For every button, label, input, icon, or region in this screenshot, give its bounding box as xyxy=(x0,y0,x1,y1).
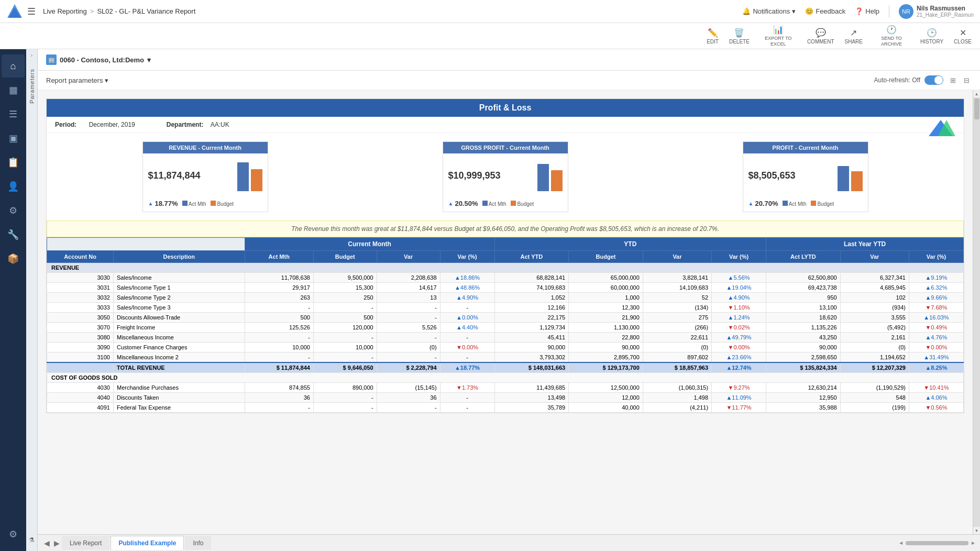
sidebar-item-modules[interactable]: ⚙ xyxy=(2,199,25,222)
delete-icon: 🗑️ xyxy=(734,28,744,38)
auto-refresh-toggle[interactable] xyxy=(924,75,943,85)
cell-0-0: 3030 xyxy=(47,273,114,283)
scroll-down-button[interactable]: ▼ xyxy=(973,527,980,534)
cell-7-11: (0) xyxy=(840,343,909,352)
cell-0-7: 12,500,000 xyxy=(569,383,643,393)
sidebar-item-grid[interactable]: ▣ xyxy=(2,127,25,150)
params-toggle[interactable]: › xyxy=(31,52,32,58)
sidebar-item-settings[interactable]: ⚙ xyxy=(2,523,25,546)
history-button[interactable]: 🕒 HISTORY xyxy=(920,28,943,45)
sidebar-item-packages[interactable]: 📦 xyxy=(2,247,25,270)
cell-2-9: ▼11.77% xyxy=(712,403,766,413)
share-label: SHARE xyxy=(845,39,863,45)
legend-bud-0: Budget xyxy=(211,201,234,207)
company-selector[interactable]: 🏢 0060 - Contoso, Ltd:Demo ▾ xyxy=(46,54,151,65)
share-button[interactable]: ↗ SHARE xyxy=(845,28,863,45)
export-label: EXPORT TO EXCEL xyxy=(760,36,797,47)
cell-4-9: ▲1.24% xyxy=(712,313,766,323)
params-label-text: Report parameters xyxy=(46,76,103,84)
arrow-up-icon-2: ▲ xyxy=(748,201,754,206)
archive-button[interactable]: 🕐 SEND TO ARCHIVE xyxy=(873,25,910,47)
params-label[interactable]: Parameters xyxy=(29,69,35,104)
tab-next-button[interactable]: ▶ xyxy=(52,537,62,549)
table-row: 3032Sales/Income Type 226325013▲4.90%1,0… xyxy=(47,293,964,303)
export-button[interactable]: 📊 EXPORT TO EXCEL xyxy=(760,25,797,47)
breadcrumb-home[interactable]: Live Reporting xyxy=(43,7,87,15)
cell-1-9: ▲19.04% xyxy=(712,283,766,293)
right-scrollbar[interactable]: ▲ ▼ xyxy=(973,90,980,534)
chart-view-icon[interactable]: ⊞ xyxy=(948,75,958,85)
cell-3-1: Sales/Income Type 3 xyxy=(113,303,245,313)
cell-6-6: 45,411 xyxy=(494,333,569,343)
bell-icon: 🔔 xyxy=(742,7,751,15)
kpi-chart-0 xyxy=(237,160,262,191)
filter-icon[interactable]: ⚗ xyxy=(27,534,37,546)
auto-refresh-control: Auto-refresh: Off ⊞ ⊟ xyxy=(874,75,972,85)
cell-2-4: 13 xyxy=(377,293,440,303)
cell-5-5: ▲4.40% xyxy=(440,323,494,333)
cell-8-9: ▲23.66% xyxy=(712,352,766,363)
report-params-label[interactable]: Report parameters ▾ xyxy=(46,76,108,84)
sidebar-item-dashboard[interactable]: ▦ xyxy=(2,79,25,102)
tab-info[interactable]: Info xyxy=(185,536,211,550)
cell-0-7: 65,000,000 xyxy=(569,273,643,283)
company-chevron-icon: ▾ xyxy=(147,56,151,64)
sidebar-item-tools[interactable]: 🔧 xyxy=(2,223,25,246)
cell-4-12: ▲16.03% xyxy=(909,313,963,323)
kpi-chart-1 xyxy=(537,160,563,191)
table-row: 4091Federal Tax Expense----35,78940,000(… xyxy=(47,403,964,413)
h-scroll-left[interactable]: ◄ xyxy=(898,540,904,546)
sidebar-item-list[interactable]: ☰ xyxy=(2,103,25,126)
help-button[interactable]: ❓ Help xyxy=(855,7,879,15)
cell-4-0: 3050 xyxy=(47,313,114,323)
total-cell-3: $ 9,646,050 xyxy=(313,362,377,373)
report-title: Profit & Loss xyxy=(47,99,964,117)
cell-1-0: 4040 xyxy=(47,393,114,403)
content-area: 🏢 0060 - Contoso, Ltd:Demo ▾ Report para… xyxy=(38,49,980,551)
total-cell-11: $ 12,207,329 xyxy=(840,362,909,373)
sidebar-item-reports[interactable]: 📋 xyxy=(2,151,25,174)
main-layout: ⌂ ▦ ☰ ▣ 📋 👤 ⚙ 🔧 📦 ⚙ › Parameters ⚗ 🏢 006… xyxy=(0,49,980,551)
h-scroll-track[interactable] xyxy=(906,541,968,545)
cell-0-8: (1,060,315) xyxy=(643,383,711,393)
sidebar-item-users[interactable]: 👤 xyxy=(2,175,25,198)
cell-1-12: ▲4.06% xyxy=(909,393,963,403)
col-header-1: Description xyxy=(113,251,245,263)
scroll-up-button[interactable]: ▲ xyxy=(973,90,980,97)
tab-prev-button[interactable]: ◀ xyxy=(42,537,52,549)
notifications-button[interactable]: 🔔 Notifications ▾ xyxy=(742,7,796,15)
report-inner: Profit & Loss Period: December, 2019 Dep… xyxy=(46,98,964,413)
kpi-header-1: GROSS PROFIT - Current Month xyxy=(443,142,568,153)
kpi-legend-1: Act Mth Budget xyxy=(482,201,534,207)
cell-6-1: Miscellaneous Income xyxy=(113,333,245,343)
user-menu[interactable]: NR Nils Rasmussen 21_Hake_ERP_Rasmun xyxy=(899,4,974,19)
data-table: Current MonthYTDLast Year YTDAccount NoD… xyxy=(47,237,964,413)
edit-button[interactable]: ✏️ EDIT xyxy=(707,28,719,45)
feedback-button[interactable]: 😊 Feedback xyxy=(805,7,845,15)
cell-0-6: 68,828,141 xyxy=(494,273,569,283)
cell-2-8: (4,211) xyxy=(643,403,711,413)
legend-act-0: Act Mth xyxy=(182,201,206,207)
cell-1-10: 12,950 xyxy=(766,393,841,403)
report-params-bar: Report parameters ▾ Auto-refresh: Off ⊞ … xyxy=(38,71,980,90)
cell-5-4: 5,526 xyxy=(377,323,440,333)
feedback-label: Feedback xyxy=(816,7,845,15)
comment-button[interactable]: 💬 COMMENT xyxy=(807,28,834,45)
h-scroll-right[interactable]: ► xyxy=(971,540,976,546)
top-bar-right: 🔔 Notifications ▾ 😊 Feedback ❓ Help NR N… xyxy=(742,4,974,19)
tab-live-report[interactable]: Live Report xyxy=(62,536,109,550)
delete-button[interactable]: 🗑️ DELETE xyxy=(729,28,750,45)
total-cell-1: TOTAL REVENUE xyxy=(113,362,245,373)
sidebar-item-home[interactable]: ⌂ xyxy=(2,54,25,78)
report-dept: Department: AA:UK xyxy=(167,121,229,128)
scroll-track-v[interactable] xyxy=(973,97,980,527)
table-row: 3070Freight Income125,526120,0005,526▲4.… xyxy=(47,323,964,333)
table-row: 3080Miscellaneous Income----45,41122,800… xyxy=(47,333,964,343)
tab-published-example[interactable]: Published Example xyxy=(111,536,184,550)
cell-2-11: 102 xyxy=(840,293,909,303)
table-view-icon[interactable]: ⊟ xyxy=(961,75,972,85)
export-icon: 📊 xyxy=(773,25,784,35)
menu-icon[interactable]: ☰ xyxy=(27,6,36,17)
total-row: TOTAL REVENUE$ 11,874,844$ 9,646,050$ 2,… xyxy=(47,362,964,373)
close-button[interactable]: ✕ CLOSE xyxy=(954,28,972,45)
